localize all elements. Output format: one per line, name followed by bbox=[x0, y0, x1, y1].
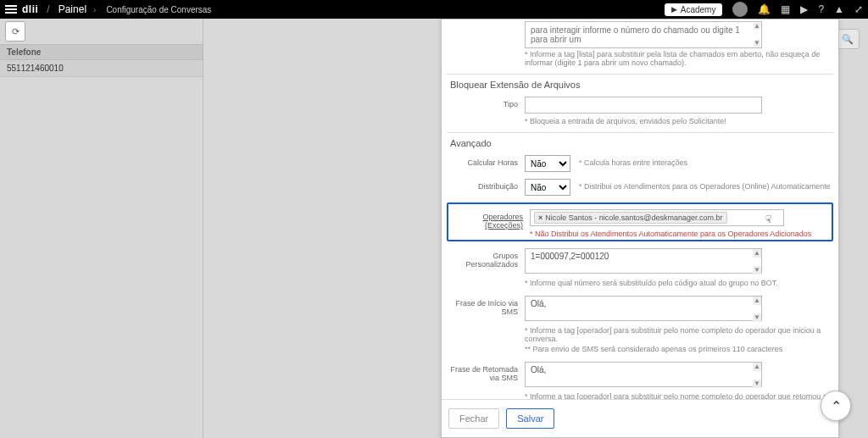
grupos-input[interactable]: 1=000097,2=000120 bbox=[525, 248, 762, 274]
refresh-icon: ⟳ bbox=[12, 26, 19, 37]
menu-icon[interactable] bbox=[5, 5, 17, 14]
dist-label: Distribuição bbox=[447, 179, 525, 191]
operator-tag[interactable]: × Nicole Santos - nicole.santos@deskmana… bbox=[534, 212, 727, 224]
remove-tag-icon[interactable]: × bbox=[538, 213, 542, 222]
sms-inicio-note1: * Informe a tag [operador] para substitu… bbox=[525, 326, 833, 343]
tipo-label: Tipo bbox=[447, 97, 525, 108]
sms-retomada-label: Frase de Retomada via SMS bbox=[447, 362, 525, 382]
grupos-label: Grupos Personalizados bbox=[447, 248, 525, 269]
sms-retomada-input[interactable]: Olá, bbox=[525, 362, 762, 387]
ops-note: * Não Distribui os Atendimentos Automati… bbox=[530, 230, 828, 238]
tipo-note: * Bloqueia a entrada de arquivos, enviad… bbox=[525, 117, 833, 125]
calc-select[interactable]: Não bbox=[525, 155, 570, 172]
sms-inicio-label: Frase de Início via SMS bbox=[447, 296, 525, 316]
grupos-note: * Informe qual número será substituído p… bbox=[525, 279, 833, 287]
intro-note: * Informe a tag [lista] para substituir … bbox=[525, 50, 833, 67]
calc-label: Calcular Horas bbox=[447, 155, 525, 167]
expand-icon[interactable]: ⤢ bbox=[854, 3, 863, 15]
intro-textarea[interactable]: para interagir informe o número do chama… bbox=[525, 21, 762, 48]
ops-tag-input[interactable]: × Nicole Santos - nicole.santos@deskmana… bbox=[530, 209, 784, 226]
sidebar-column-header: Telefone bbox=[0, 44, 203, 60]
scroll-top-button[interactable]: ⌃ bbox=[821, 391, 851, 421]
close-button[interactable]: Fechar bbox=[448, 408, 499, 429]
sidebar-phone-row[interactable]: 551121460010 bbox=[0, 60, 203, 77]
section-advanced: Avançado bbox=[447, 132, 833, 152]
refresh-button[interactable]: ⟳ bbox=[5, 21, 25, 42]
operators-highlight: Operadores (Exceções) × Nicole Santos - … bbox=[447, 202, 833, 241]
academy-button[interactable]: ▶ Academy bbox=[665, 3, 723, 16]
grid-icon[interactable]: ▦ bbox=[781, 3, 790, 15]
dist-help: * Distribui os Atendimentos para os Oper… bbox=[579, 179, 831, 191]
brand-logo: dlii bbox=[22, 3, 38, 15]
avatar[interactable] bbox=[732, 2, 748, 17]
sms-inicio-input[interactable]: Olá, bbox=[525, 296, 762, 321]
cursor-icon: ☟ bbox=[765, 213, 771, 225]
settings-modal: para interagir informe o número do chama… bbox=[441, 19, 839, 438]
sms-inicio-note2: ** Para envio de SMS será considerado ap… bbox=[525, 345, 833, 353]
tipo-input[interactable] bbox=[525, 97, 762, 114]
play-icon[interactable]: ▶ bbox=[800, 3, 808, 15]
bell-icon[interactable]: 🔔 bbox=[758, 3, 771, 15]
breadcrumb: Configuração de Conversas bbox=[106, 5, 211, 14]
page-title: Painel bbox=[58, 3, 86, 15]
sms-retomada-note1: * Informe a tag [operador] para substitu… bbox=[525, 392, 833, 399]
warning-icon[interactable]: ▲ bbox=[834, 3, 844, 15]
chevron-up-icon: ⌃ bbox=[831, 398, 842, 414]
section-block-files: Bloquear Extensão de Arquivos bbox=[447, 74, 833, 93]
dist-select[interactable]: Não bbox=[525, 179, 570, 196]
help-icon[interactable]: ? bbox=[818, 3, 824, 15]
ops-label: Operadores (Exceções) bbox=[452, 209, 530, 230]
search-icon[interactable]: 🔍 bbox=[842, 34, 854, 45]
calc-help: * Calcula horas entre interações bbox=[579, 155, 687, 167]
save-button[interactable]: Salvar bbox=[506, 408, 554, 429]
